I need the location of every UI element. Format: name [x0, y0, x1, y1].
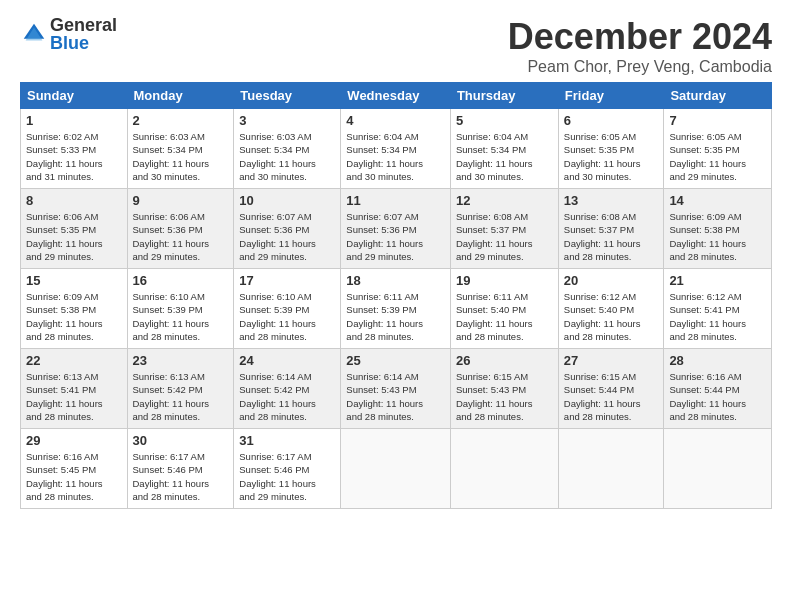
calendar-cell: 21 Sunrise: 6:12 AMSunset: 5:41 PMDaylig… [664, 269, 772, 349]
calendar-cell [450, 429, 558, 509]
calendar-cell: 30 Sunrise: 6:17 AMSunset: 5:46 PMDaylig… [127, 429, 234, 509]
calendar-cell: 23 Sunrise: 6:13 AMSunset: 5:42 PMDaylig… [127, 349, 234, 429]
header-tuesday: Tuesday [234, 83, 341, 109]
day-info: Sunrise: 6:04 AMSunset: 5:34 PMDaylight:… [456, 130, 553, 183]
day-info: Sunrise: 6:02 AMSunset: 5:33 PMDaylight:… [26, 130, 122, 183]
day-number: 1 [26, 113, 122, 128]
calendar-cell [664, 429, 772, 509]
month-title: December 2024 [508, 16, 772, 58]
calendar-cell: 2 Sunrise: 6:03 AMSunset: 5:34 PMDayligh… [127, 109, 234, 189]
day-info: Sunrise: 6:09 AMSunset: 5:38 PMDaylight:… [26, 290, 122, 343]
header-saturday: Saturday [664, 83, 772, 109]
day-info: Sunrise: 6:04 AMSunset: 5:34 PMDaylight:… [346, 130, 445, 183]
day-info: Sunrise: 6:03 AMSunset: 5:34 PMDaylight:… [239, 130, 335, 183]
calendar-cell: 22 Sunrise: 6:13 AMSunset: 5:41 PMDaylig… [21, 349, 128, 429]
day-info: Sunrise: 6:09 AMSunset: 5:38 PMDaylight:… [669, 210, 766, 263]
day-number: 15 [26, 273, 122, 288]
header: General Blue December 2024 Peam Chor, Pr… [20, 16, 772, 76]
day-info: Sunrise: 6:10 AMSunset: 5:39 PMDaylight:… [239, 290, 335, 343]
day-number: 7 [669, 113, 766, 128]
day-info: Sunrise: 6:03 AMSunset: 5:34 PMDaylight:… [133, 130, 229, 183]
calendar-cell: 17 Sunrise: 6:10 AMSunset: 5:39 PMDaylig… [234, 269, 341, 349]
week-row-4: 22 Sunrise: 6:13 AMSunset: 5:41 PMDaylig… [21, 349, 772, 429]
day-number: 25 [346, 353, 445, 368]
day-info: Sunrise: 6:06 AMSunset: 5:36 PMDaylight:… [133, 210, 229, 263]
location-title: Peam Chor, Prey Veng, Cambodia [508, 58, 772, 76]
logo: General Blue [20, 16, 117, 52]
calendar-cell: 27 Sunrise: 6:15 AMSunset: 5:44 PMDaylig… [558, 349, 664, 429]
day-info: Sunrise: 6:05 AMSunset: 5:35 PMDaylight:… [669, 130, 766, 183]
day-number: 30 [133, 433, 229, 448]
day-info: Sunrise: 6:16 AMSunset: 5:44 PMDaylight:… [669, 370, 766, 423]
calendar-cell: 14 Sunrise: 6:09 AMSunset: 5:38 PMDaylig… [664, 189, 772, 269]
calendar-cell [341, 429, 451, 509]
calendar-cell: 13 Sunrise: 6:08 AMSunset: 5:37 PMDaylig… [558, 189, 664, 269]
calendar-page: General Blue December 2024 Peam Chor, Pr… [0, 0, 792, 612]
day-info: Sunrise: 6:16 AMSunset: 5:45 PMDaylight:… [26, 450, 122, 503]
day-number: 17 [239, 273, 335, 288]
calendar-cell: 12 Sunrise: 6:08 AMSunset: 5:37 PMDaylig… [450, 189, 558, 269]
calendar-cell: 15 Sunrise: 6:09 AMSunset: 5:38 PMDaylig… [21, 269, 128, 349]
day-info: Sunrise: 6:15 AMSunset: 5:43 PMDaylight:… [456, 370, 553, 423]
title-area: December 2024 Peam Chor, Prey Veng, Camb… [508, 16, 772, 76]
header-thursday: Thursday [450, 83, 558, 109]
day-info: Sunrise: 6:14 AMSunset: 5:43 PMDaylight:… [346, 370, 445, 423]
calendar-cell: 20 Sunrise: 6:12 AMSunset: 5:40 PMDaylig… [558, 269, 664, 349]
logo-general-text: General [50, 16, 117, 34]
calendar-cell: 6 Sunrise: 6:05 AMSunset: 5:35 PMDayligh… [558, 109, 664, 189]
day-info: Sunrise: 6:08 AMSunset: 5:37 PMDaylight:… [564, 210, 659, 263]
day-number: 31 [239, 433, 335, 448]
header-wednesday: Wednesday [341, 83, 451, 109]
day-number: 6 [564, 113, 659, 128]
calendar-cell [558, 429, 664, 509]
day-number: 18 [346, 273, 445, 288]
day-number: 5 [456, 113, 553, 128]
day-info: Sunrise: 6:13 AMSunset: 5:42 PMDaylight:… [133, 370, 229, 423]
calendar-cell: 26 Sunrise: 6:15 AMSunset: 5:43 PMDaylig… [450, 349, 558, 429]
day-number: 23 [133, 353, 229, 368]
calendar-cell: 19 Sunrise: 6:11 AMSunset: 5:40 PMDaylig… [450, 269, 558, 349]
logo-blue-text: Blue [50, 34, 117, 52]
day-info: Sunrise: 6:13 AMSunset: 5:41 PMDaylight:… [26, 370, 122, 423]
day-info: Sunrise: 6:14 AMSunset: 5:42 PMDaylight:… [239, 370, 335, 423]
calendar-cell: 8 Sunrise: 6:06 AMSunset: 5:35 PMDayligh… [21, 189, 128, 269]
day-info: Sunrise: 6:07 AMSunset: 5:36 PMDaylight:… [346, 210, 445, 263]
day-info: Sunrise: 6:17 AMSunset: 5:46 PMDaylight:… [239, 450, 335, 503]
day-info: Sunrise: 6:15 AMSunset: 5:44 PMDaylight:… [564, 370, 659, 423]
day-info: Sunrise: 6:07 AMSunset: 5:36 PMDaylight:… [239, 210, 335, 263]
day-info: Sunrise: 6:12 AMSunset: 5:40 PMDaylight:… [564, 290, 659, 343]
day-number: 11 [346, 193, 445, 208]
calendar-cell: 10 Sunrise: 6:07 AMSunset: 5:36 PMDaylig… [234, 189, 341, 269]
day-info: Sunrise: 6:11 AMSunset: 5:40 PMDaylight:… [456, 290, 553, 343]
day-info: Sunrise: 6:08 AMSunset: 5:37 PMDaylight:… [456, 210, 553, 263]
logo-text: General Blue [50, 16, 117, 52]
week-row-3: 15 Sunrise: 6:09 AMSunset: 5:38 PMDaylig… [21, 269, 772, 349]
day-number: 24 [239, 353, 335, 368]
day-info: Sunrise: 6:06 AMSunset: 5:35 PMDaylight:… [26, 210, 122, 263]
calendar-table: Sunday Monday Tuesday Wednesday Thursday… [20, 82, 772, 509]
day-number: 10 [239, 193, 335, 208]
calendar-cell: 31 Sunrise: 6:17 AMSunset: 5:46 PMDaylig… [234, 429, 341, 509]
calendar-cell: 29 Sunrise: 6:16 AMSunset: 5:45 PMDaylig… [21, 429, 128, 509]
logo-icon [20, 20, 48, 48]
day-number: 22 [26, 353, 122, 368]
day-headers-row: Sunday Monday Tuesday Wednesday Thursday… [21, 83, 772, 109]
day-number: 9 [133, 193, 229, 208]
day-number: 4 [346, 113, 445, 128]
calendar-cell: 7 Sunrise: 6:05 AMSunset: 5:35 PMDayligh… [664, 109, 772, 189]
calendar-cell: 24 Sunrise: 6:14 AMSunset: 5:42 PMDaylig… [234, 349, 341, 429]
day-number: 3 [239, 113, 335, 128]
day-info: Sunrise: 6:17 AMSunset: 5:46 PMDaylight:… [133, 450, 229, 503]
day-number: 13 [564, 193, 659, 208]
day-info: Sunrise: 6:05 AMSunset: 5:35 PMDaylight:… [564, 130, 659, 183]
calendar-cell: 11 Sunrise: 6:07 AMSunset: 5:36 PMDaylig… [341, 189, 451, 269]
calendar-cell: 28 Sunrise: 6:16 AMSunset: 5:44 PMDaylig… [664, 349, 772, 429]
day-info: Sunrise: 6:10 AMSunset: 5:39 PMDaylight:… [133, 290, 229, 343]
day-number: 8 [26, 193, 122, 208]
day-info: Sunrise: 6:12 AMSunset: 5:41 PMDaylight:… [669, 290, 766, 343]
day-number: 12 [456, 193, 553, 208]
week-row-1: 1 Sunrise: 6:02 AMSunset: 5:33 PMDayligh… [21, 109, 772, 189]
calendar-cell: 3 Sunrise: 6:03 AMSunset: 5:34 PMDayligh… [234, 109, 341, 189]
calendar-cell: 25 Sunrise: 6:14 AMSunset: 5:43 PMDaylig… [341, 349, 451, 429]
calendar-cell: 18 Sunrise: 6:11 AMSunset: 5:39 PMDaylig… [341, 269, 451, 349]
